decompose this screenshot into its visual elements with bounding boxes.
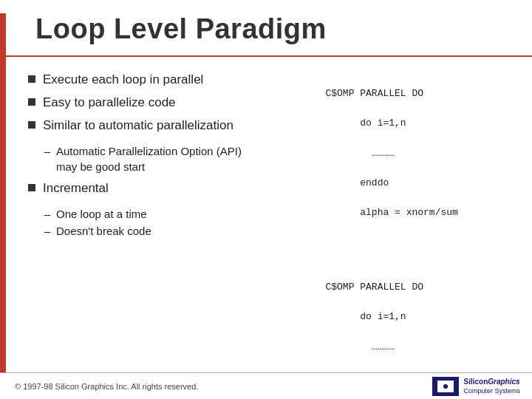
sub-bullet-one-loop-text: One loop at a time — [56, 208, 147, 220]
logo-line2: Computer Systems — [463, 387, 520, 395]
sub-bullet-no-break: Doesn't break code — [44, 223, 257, 239]
title-area: Loop Level Paradigm — [6, 0, 532, 57]
slide: Loop Level Paradigm Execute each loop in… — [0, 0, 532, 399]
code-block-1: C$OMP PARALLEL DO do i=1,n ………… enddo al… — [279, 72, 517, 250]
code-line-8: ………… — [325, 341, 395, 352]
bullet-execute-text: Execute each loop in parallel — [43, 72, 203, 89]
code-line-6: C$OMP PARALLEL DO — [325, 282, 423, 293]
bullet-square-4 — [28, 184, 35, 191]
footer: © 1997-98 Silicon Graphics Inc. All righ… — [0, 372, 532, 399]
logo-dot — [443, 384, 448, 389]
code-line-5: alpha = xnorm/sum — [325, 207, 457, 218]
bullet-incremental-text: Incremental — [43, 180, 109, 197]
content-area: Execute each loop in parallel Easy to pa… — [6, 57, 532, 399]
logo-label: SiliconGraphics Computer Systems — [463, 378, 520, 395]
slide-title: Loop Level Paradigm — [35, 13, 510, 45]
footer-logo: SiliconGraphics Computer Systems — [432, 377, 520, 396]
logo-line1: SiliconGraphics — [463, 378, 519, 386]
code-line-7: do i=1,n — [325, 311, 406, 322]
sub-bullet-api: Automatic Parallelization Option (API) m… — [44, 143, 257, 174]
left-accent — [0, 13, 6, 399]
bullet-square-1 — [28, 75, 35, 83]
left-content: Execute each loop in parallel Easy to pa… — [6, 64, 272, 399]
footer-copyright: © 1997-98 Silicon Graphics Inc. All righ… — [15, 382, 198, 391]
code-line-3: ………… — [325, 148, 395, 159]
sub-bullets-1: Automatic Parallelization Option (API) m… — [44, 143, 257, 176]
logo-box — [432, 377, 459, 396]
code-line-4: enddo — [325, 177, 389, 188]
bullet-similar: Similar to automatic parallelization — [28, 117, 257, 134]
sub-bullet-one-loop: One loop at a time — [44, 206, 257, 222]
bullet-easy: Easy to parallelize code — [28, 95, 257, 112]
sub-bullets-2: One loop at a time Doesn't break code — [44, 206, 257, 240]
bullet-execute: Execute each loop in parallel — [28, 72, 257, 89]
logo-inner — [437, 381, 454, 392]
bullet-easy-text: Easy to parallelize code — [43, 95, 176, 112]
bullet-incremental: Incremental — [28, 180, 257, 197]
right-content: C$OMP PARALLEL DO do i=1,n ………… enddo al… — [272, 64, 532, 399]
bullet-square-2 — [28, 98, 35, 106]
sub-bullet-no-break-text: Doesn't break code — [56, 225, 151, 237]
bullet-similar-text: Similar to automatic parallelization — [43, 117, 233, 134]
bullet-square-3 — [28, 121, 35, 129]
sub-bullet-api-text: Automatic Parallelization Option (API) m… — [56, 145, 242, 173]
code-line-2: do i=1,n — [325, 117, 406, 129]
code-line-1: C$OMP PARALLEL DO — [325, 88, 423, 99]
